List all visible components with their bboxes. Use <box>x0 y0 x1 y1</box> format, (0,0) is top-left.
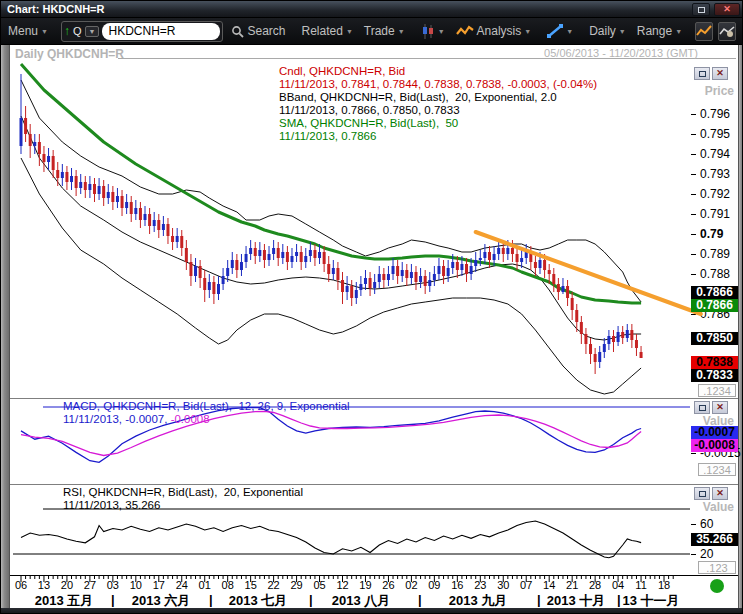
candle-body <box>231 260 234 268</box>
candle-body <box>617 332 620 342</box>
candle-body <box>621 332 624 338</box>
candle-body <box>433 274 436 280</box>
candle-body <box>332 268 335 274</box>
candle-body <box>341 280 344 292</box>
chart-client-area: Daily QHKDCNH=R 05/06/2013 - 11/20/2013 … <box>1 45 743 608</box>
rsi-line <box>21 521 641 558</box>
chart-window: Chart: HKDCNH=R ✕ Menu▼ ↑ Q ▼ Search Rel… <box>0 0 743 614</box>
chevron-down-icon: ▼ <box>41 28 48 35</box>
price-legend-line-5: SMA, QHKDCNH=R, Bid(Last), 50 <box>279 117 458 129</box>
candle-body <box>346 286 349 292</box>
candle-body <box>502 248 505 254</box>
chevron-down-icon: ▼ <box>675 28 682 35</box>
candle-body <box>598 352 601 362</box>
symbol-input[interactable] <box>102 23 220 40</box>
candle-body <box>539 260 542 268</box>
chevron-down-icon: ▼ <box>438 28 445 35</box>
candle-body <box>148 214 151 226</box>
candle-body <box>419 276 422 282</box>
search-button[interactable]: Search <box>228 22 288 40</box>
candle-body <box>56 170 59 178</box>
symbol-type-dropdown[interactable]: ▼ <box>85 26 100 37</box>
chevron-down-icon: ▼ <box>346 28 353 35</box>
candle-body <box>548 270 551 274</box>
toolbar: Menu▼ ↑ Q ▼ Search Related▼ Trade▼ ▼ Ana… <box>1 18 743 45</box>
price-legend-line-4: 11/11/2013, 0.7866, 0.7850, 0.7833 <box>279 104 460 116</box>
window-close-button[interactable]: ✕ <box>714 3 740 16</box>
candle-body <box>47 156 50 162</box>
candle-body <box>111 192 114 202</box>
price-badge: 0.7833 <box>691 369 738 382</box>
candle-body <box>98 186 101 194</box>
related-menu[interactable]: Related▼ <box>299 22 356 40</box>
candle-body <box>396 266 399 276</box>
candle-body <box>465 264 468 274</box>
candle-body <box>185 248 188 262</box>
interval-menu[interactable]: Daily▼ <box>586 22 629 40</box>
candle-body <box>281 252 284 258</box>
candle-body <box>304 256 307 262</box>
candle-body <box>20 118 23 146</box>
chart-pan-button[interactable] <box>718 22 736 41</box>
candle-body <box>65 172 68 182</box>
candle-body <box>635 340 638 348</box>
trendline-tool-icon <box>547 24 563 38</box>
up-arrow-icon: ↑ <box>64 24 70 38</box>
candle-body <box>249 248 252 254</box>
candle-body <box>162 224 165 230</box>
candle-body <box>630 330 633 340</box>
title-bar[interactable]: Chart: HKDCNH=R ✕ <box>1 1 743 18</box>
candle-body <box>460 264 463 270</box>
candle-body <box>189 262 192 276</box>
candle-body <box>479 258 482 260</box>
candle-body <box>93 184 96 194</box>
menu-button[interactable]: Menu▼ <box>5 22 51 40</box>
candle-body <box>584 334 587 344</box>
draw-line-button[interactable]: ▼ <box>544 22 576 40</box>
candle-body <box>626 330 629 338</box>
candle-body <box>607 336 610 344</box>
candle-body <box>520 258 523 262</box>
window-bottom-border <box>1 608 743 614</box>
candle-body <box>571 298 574 310</box>
price-legend-line-2: 11/11/2013, 0.7841, 0.7844, 0.7838, 0.78… <box>279 78 597 90</box>
restore-icon <box>698 7 705 13</box>
candle-body <box>424 276 427 286</box>
candle-body <box>392 266 395 274</box>
candle-body <box>470 266 473 274</box>
range-menu[interactable]: Range▼ <box>634 22 685 40</box>
candle-body <box>428 280 431 286</box>
price-legend-line-6: 11/11/2013, 0.7866 <box>279 130 376 142</box>
quote-flag: Q <box>73 25 82 37</box>
analysis-menu[interactable]: Analysis▼ <box>453 22 535 40</box>
candle-body <box>493 254 496 260</box>
candle-body <box>561 286 564 292</box>
candle-body <box>79 182 82 188</box>
trade-menu[interactable]: Trade▼ <box>361 22 408 40</box>
candle-body <box>235 260 238 270</box>
candle-body <box>603 344 606 352</box>
window-restore-button[interactable] <box>692 3 710 16</box>
candle-body <box>153 220 156 226</box>
candle-body <box>212 282 215 294</box>
candle-body <box>157 220 160 230</box>
candle-body <box>378 274 381 282</box>
candle-body <box>612 336 615 342</box>
candle-body <box>369 278 372 288</box>
window-title: Chart: HKDCNH=R <box>7 3 104 15</box>
candle-body <box>640 352 643 358</box>
candle-body <box>268 254 271 260</box>
candle-body <box>300 252 303 262</box>
candle-body <box>373 282 376 288</box>
candle-body <box>263 250 266 260</box>
candle-body <box>102 186 105 198</box>
candle-body <box>84 182 87 190</box>
chart-type-button[interactable]: ▼ <box>418 22 448 41</box>
rsi-badge: 35.266 <box>691 533 738 546</box>
candle-body <box>61 172 64 178</box>
candle-body <box>121 196 124 208</box>
rsi-legend-line-2: 11/11/2013, 35.266 <box>63 499 160 511</box>
candle-body <box>286 252 289 262</box>
line-chart-button[interactable] <box>695 22 713 41</box>
candle-body <box>575 310 578 322</box>
